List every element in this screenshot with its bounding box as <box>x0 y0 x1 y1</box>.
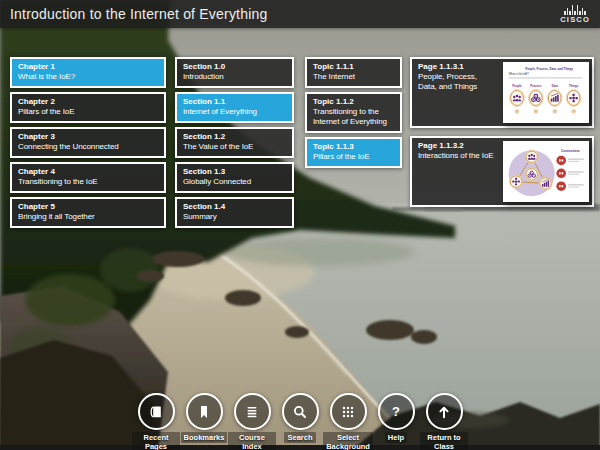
chapter-title: Chapter 1 <box>18 62 158 72</box>
section-subtitle: Globally Connected <box>183 177 286 187</box>
connections-heading-text: Connections <box>561 149 580 153</box>
course-index-icon <box>243 403 261 421</box>
search-label: Search <box>284 432 315 443</box>
section-item-1-0[interactable]: Section 1.0 Introduction <box>175 57 294 88</box>
section-title: Section 1.0 <box>183 62 286 72</box>
recent-pages-label: Recent Pages <box>132 432 180 450</box>
chapters-column: Chapter 1 What is the IoE? Chapter 2 Pil… <box>10 57 166 232</box>
cisco-logo-icon <box>564 5 586 15</box>
bookmarks-button[interactable]: Bookmarks <box>180 393 228 450</box>
course-index-button[interactable]: Course Index <box>228 393 276 450</box>
section-item-1-3[interactable]: Section 1.3 Globally Connected <box>175 162 294 193</box>
topic-item-1-1-1[interactable]: Topic 1.1.1 The Internet <box>305 57 402 88</box>
page-1-thumbnail-slide: People, Process, Data, and Things What i… <box>505 64 587 121</box>
slide-heading-text: What is the IoE? <box>509 72 530 76</box>
topic-title: Topic 1.1.2 <box>313 97 394 107</box>
section-subtitle: Summary <box>183 212 286 222</box>
page-item-1-1-3-2[interactable]: Page 1.1.3.2 Interactions of the IoE Con… <box>410 136 594 207</box>
return-to-class-label: Return to Class <box>420 432 468 450</box>
course-title: Introduction to the Internet of Everythi… <box>10 6 560 22</box>
topic-title: Topic 1.1.1 <box>313 62 394 72</box>
search-button[interactable]: Search <box>276 393 324 450</box>
chapter-subtitle: Bringing it all Together <box>18 212 158 222</box>
pillar-label: Data <box>552 84 559 88</box>
chapter-item-3[interactable]: Chapter 3 Connecting the Unconnected <box>10 127 166 158</box>
section-subtitle: The Value of the IoE <box>183 142 286 152</box>
pillar-label: People <box>512 84 522 88</box>
return-to-class-icon <box>435 403 453 421</box>
topic-item-1-1-3[interactable]: Topic 1.1.3 Pillars of the IoE <box>305 137 402 168</box>
help-button[interactable]: ? Help <box>372 393 420 450</box>
chapter-subtitle: Transitioning to the IoE <box>18 177 158 187</box>
page-2-thumbnail: Connections <box>503 141 589 202</box>
recent-pages-button[interactable]: Recent Pages <box>132 393 180 450</box>
pages-column: Page 1.1.3.1 People, Process, Data, and … <box>410 57 594 215</box>
topics-column: Topic 1.1.1 The Internet Topic 1.1.2 Tra… <box>305 57 402 172</box>
chapter-subtitle: Pillars of the IoE <box>18 107 158 117</box>
chapter-title: Chapter 5 <box>18 202 158 212</box>
cisco-logo: CISCO <box>560 5 590 24</box>
chapter-item-1[interactable]: Chapter 1 What is the IoE? <box>10 57 166 88</box>
chapter-item-2[interactable]: Chapter 2 Pillars of the IoE <box>10 92 166 123</box>
bookmark-icon <box>195 403 213 421</box>
help-label: Help <box>385 432 407 443</box>
topic-subtitle: Transitioning to the Internet of Everyth… <box>313 107 394 127</box>
page-subtitle: Interactions of the IoE <box>418 151 494 161</box>
section-title: Section 1.4 <box>183 202 286 212</box>
bookmarks-label: Bookmarks <box>181 432 228 443</box>
select-background-label: Select Background <box>323 432 373 450</box>
slide-title-text: People, Process, Data, and Things <box>525 67 573 71</box>
select-background-button[interactable]: Select Background <box>324 393 372 450</box>
chapter-subtitle: Connecting the Unconnected <box>18 142 158 152</box>
topic-item-1-1-2[interactable]: Topic 1.1.2 Transitioning to the Interne… <box>305 92 402 133</box>
section-subtitle: Introduction <box>183 72 286 82</box>
pillar-label: Process <box>530 84 541 88</box>
chapter-title: Chapter 2 <box>18 97 158 107</box>
chapter-subtitle: What is the IoE? <box>18 72 158 82</box>
title-bar: Introduction to the Internet of Everythi… <box>0 0 600 28</box>
topic-subtitle: The Internet <box>313 72 394 82</box>
section-subtitle: Internet of Everything <box>183 107 286 117</box>
section-title: Section 1.2 <box>183 132 286 142</box>
help-icon: ? <box>387 403 405 421</box>
chapter-title: Chapter 3 <box>18 132 158 142</box>
cisco-logo-text: CISCO <box>560 16 590 24</box>
topic-title: Topic 1.1.3 <box>313 142 394 152</box>
section-item-1-4[interactable]: Section 1.4 Summary <box>175 197 294 228</box>
section-title: Section 1.3 <box>183 167 286 177</box>
svg-text:?: ? <box>392 404 400 419</box>
course-index-screen: Introduction to the Internet of Everythi… <box>0 0 600 450</box>
page-item-1-1-3-1[interactable]: Page 1.1.3.1 People, Process, Data, and … <box>410 57 594 128</box>
recent-pages-icon <box>147 403 165 421</box>
course-index-label: Course Index <box>228 432 276 450</box>
section-item-1-2[interactable]: Section 1.2 The Value of the IoE <box>175 127 294 158</box>
page-subtitle: People, Process, Data, and Things <box>418 72 494 92</box>
chapter-item-5[interactable]: Chapter 5 Bringing it all Together <box>10 197 166 228</box>
page-1-thumbnail: People, Process, Data, and Things What i… <box>503 62 589 123</box>
pillar-label: Things <box>569 84 579 88</box>
chapter-title: Chapter 4 <box>18 167 158 177</box>
page-2-thumbnail-slide: Connections <box>505 143 587 200</box>
topic-subtitle: Pillars of the IoE <box>313 152 394 162</box>
toolbar: Recent Pages Bookmarks Course Index <box>132 393 468 450</box>
section-item-1-1[interactable]: Section 1.1 Internet of Everything <box>175 92 294 123</box>
section-title: Section 1.1 <box>183 97 286 107</box>
chapter-item-4[interactable]: Chapter 4 Transitioning to the IoE <box>10 162 166 193</box>
search-icon <box>291 403 309 421</box>
return-to-class-button[interactable]: Return to Class <box>420 393 468 450</box>
select-background-icon <box>339 403 357 421</box>
sections-column: Section 1.0 Introduction Section 1.1 Int… <box>175 57 294 232</box>
